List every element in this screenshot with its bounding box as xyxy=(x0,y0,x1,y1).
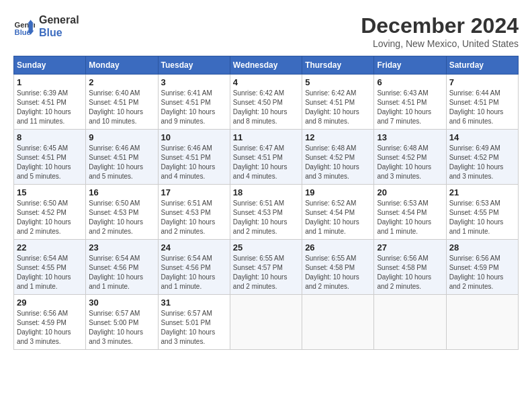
calendar-cell: 20Sunrise: 6:53 AMSunset: 4:54 PMDayligh… xyxy=(374,185,446,240)
calendar-week-row: 29Sunrise: 6:56 AMSunset: 4:59 PMDayligh… xyxy=(14,295,519,350)
month-title: December 2024 xyxy=(361,13,519,38)
calendar-header-row: SundayMondayTuesdayWednesdayThursdayFrid… xyxy=(14,56,519,75)
day-sun-info: Sunrise: 6:54 AMSunset: 4:55 PMDaylight:… xyxy=(17,254,83,291)
day-sun-info: Sunrise: 6:46 AMSunset: 4:51 PMDaylight:… xyxy=(89,144,154,181)
day-number: 18 xyxy=(233,187,299,197)
calendar-cell: 22Sunrise: 6:54 AMSunset: 4:55 PMDayligh… xyxy=(14,240,86,295)
day-number: 21 xyxy=(449,187,515,197)
day-sun-info: Sunrise: 6:45 AMSunset: 4:51 PMDaylight:… xyxy=(17,144,83,181)
day-number: 9 xyxy=(89,132,154,142)
day-number: 31 xyxy=(161,298,227,308)
calendar-week-row: 22Sunrise: 6:54 AMSunset: 4:55 PMDayligh… xyxy=(14,240,519,295)
day-number: 1 xyxy=(17,77,83,87)
day-number: 15 xyxy=(17,187,83,197)
logo-wordmark: GeneralBlue xyxy=(39,13,79,39)
logo: General Blue GeneralBlue xyxy=(13,13,79,39)
day-number: 2 xyxy=(89,77,154,87)
day-number: 17 xyxy=(161,187,227,197)
calendar-cell: 26Sunrise: 6:55 AMSunset: 4:58 PMDayligh… xyxy=(302,240,374,295)
day-number: 3 xyxy=(161,77,227,87)
day-number: 14 xyxy=(449,132,515,142)
calendar-cell xyxy=(446,295,518,350)
calendar-body: 1Sunrise: 6:39 AMSunset: 4:51 PMDaylight… xyxy=(14,75,519,350)
day-number: 26 xyxy=(305,242,371,253)
calendar-cell: 18Sunrise: 6:51 AMSunset: 4:53 PMDayligh… xyxy=(230,185,302,240)
calendar-cell: 16Sunrise: 6:50 AMSunset: 4:53 PMDayligh… xyxy=(86,185,158,240)
weekday-header-monday: Monday xyxy=(86,56,158,75)
weekday-header-sunday: Sunday xyxy=(14,56,86,75)
calendar-cell: 6Sunrise: 6:43 AMSunset: 4:51 PMDaylight… xyxy=(374,75,446,130)
location-subtitle: Loving, New Mexico, United States xyxy=(361,38,519,49)
day-number: 22 xyxy=(17,242,83,253)
day-number: 19 xyxy=(305,187,371,197)
calendar-week-row: 15Sunrise: 6:50 AMSunset: 4:52 PMDayligh… xyxy=(14,185,519,240)
day-sun-info: Sunrise: 6:56 AMSunset: 4:58 PMDaylight:… xyxy=(377,254,443,291)
calendar-cell: 5Sunrise: 6:42 AMSunset: 4:51 PMDaylight… xyxy=(302,75,374,130)
day-sun-info: Sunrise: 6:50 AMSunset: 4:53 PMDaylight:… xyxy=(89,199,154,236)
calendar-cell: 13Sunrise: 6:48 AMSunset: 4:52 PMDayligh… xyxy=(374,130,446,185)
day-sun-info: Sunrise: 6:55 AMSunset: 4:58 PMDaylight:… xyxy=(305,254,371,291)
weekday-header-friday: Friday xyxy=(374,56,446,75)
calendar-cell xyxy=(302,295,374,350)
calendar-cell: 31Sunrise: 6:57 AMSunset: 5:01 PMDayligh… xyxy=(158,295,230,350)
day-sun-info: Sunrise: 6:52 AMSunset: 4:54 PMDaylight:… xyxy=(305,199,371,236)
day-number: 11 xyxy=(233,132,299,142)
calendar-cell xyxy=(374,295,446,350)
day-number: 24 xyxy=(161,242,227,253)
calendar-week-row: 8Sunrise: 6:45 AMSunset: 4:51 PMDaylight… xyxy=(14,130,519,185)
day-sun-info: Sunrise: 6:57 AMSunset: 5:01 PMDaylight:… xyxy=(161,309,227,347)
day-sun-info: Sunrise: 6:57 AMSunset: 5:00 PMDaylight:… xyxy=(89,309,154,347)
day-sun-info: Sunrise: 6:53 AMSunset: 4:54 PMDaylight:… xyxy=(377,199,443,236)
calendar-cell: 8Sunrise: 6:45 AMSunset: 4:51 PMDaylight… xyxy=(14,130,86,185)
calendar-cell: 29Sunrise: 6:56 AMSunset: 4:59 PMDayligh… xyxy=(14,295,86,350)
day-number: 7 xyxy=(449,77,515,87)
day-sun-info: Sunrise: 6:48 AMSunset: 4:52 PMDaylight:… xyxy=(377,144,443,181)
day-sun-info: Sunrise: 6:42 AMSunset: 4:50 PMDaylight:… xyxy=(233,89,299,126)
day-sun-info: Sunrise: 6:43 AMSunset: 4:51 PMDaylight:… xyxy=(377,89,443,126)
svg-text:Blue: Blue xyxy=(15,28,31,36)
calendar-cell: 17Sunrise: 6:51 AMSunset: 4:53 PMDayligh… xyxy=(158,185,230,240)
day-sun-info: Sunrise: 6:50 AMSunset: 4:52 PMDaylight:… xyxy=(17,199,83,236)
calendar-cell: 14Sunrise: 6:49 AMSunset: 4:52 PMDayligh… xyxy=(446,130,518,185)
day-number: 5 xyxy=(305,77,371,87)
calendar-cell: 15Sunrise: 6:50 AMSunset: 4:52 PMDayligh… xyxy=(14,185,86,240)
calendar-cell: 21Sunrise: 6:53 AMSunset: 4:55 PMDayligh… xyxy=(446,185,518,240)
calendar-cell: 23Sunrise: 6:54 AMSunset: 4:56 PMDayligh… xyxy=(86,240,158,295)
day-number: 28 xyxy=(449,242,515,253)
calendar-cell: 4Sunrise: 6:42 AMSunset: 4:50 PMDaylight… xyxy=(230,75,302,130)
page-header: General Blue GeneralBlue December 2024 L… xyxy=(13,13,519,49)
day-sun-info: Sunrise: 6:40 AMSunset: 4:51 PMDaylight:… xyxy=(89,89,154,126)
day-number: 4 xyxy=(233,77,299,87)
day-number: 6 xyxy=(377,77,443,87)
day-sun-info: Sunrise: 6:56 AMSunset: 4:59 PMDaylight:… xyxy=(449,254,515,291)
calendar-cell: 2Sunrise: 6:40 AMSunset: 4:51 PMDaylight… xyxy=(86,75,158,130)
calendar-cell: 12Sunrise: 6:48 AMSunset: 4:52 PMDayligh… xyxy=(302,130,374,185)
day-sun-info: Sunrise: 6:54 AMSunset: 4:56 PMDaylight:… xyxy=(89,254,154,291)
day-number: 25 xyxy=(233,242,299,253)
day-number: 16 xyxy=(89,187,154,197)
day-number: 20 xyxy=(377,187,443,197)
day-number: 23 xyxy=(89,242,154,253)
day-sun-info: Sunrise: 6:39 AMSunset: 4:51 PMDaylight:… xyxy=(17,89,83,126)
day-sun-info: Sunrise: 6:51 AMSunset: 4:53 PMDaylight:… xyxy=(161,199,227,236)
calendar-cell: 28Sunrise: 6:56 AMSunset: 4:59 PMDayligh… xyxy=(446,240,518,295)
day-sun-info: Sunrise: 6:48 AMSunset: 4:52 PMDaylight:… xyxy=(305,144,371,181)
day-sun-info: Sunrise: 6:49 AMSunset: 4:52 PMDaylight:… xyxy=(449,144,515,181)
calendar-cell: 27Sunrise: 6:56 AMSunset: 4:58 PMDayligh… xyxy=(374,240,446,295)
day-sun-info: Sunrise: 6:47 AMSunset: 4:51 PMDaylight:… xyxy=(233,144,299,181)
day-number: 27 xyxy=(377,242,443,253)
calendar-cell: 24Sunrise: 6:54 AMSunset: 4:56 PMDayligh… xyxy=(158,240,230,295)
calendar-cell: 11Sunrise: 6:47 AMSunset: 4:51 PMDayligh… xyxy=(230,130,302,185)
weekday-header-saturday: Saturday xyxy=(446,56,518,75)
day-sun-info: Sunrise: 6:56 AMSunset: 4:59 PMDaylight:… xyxy=(17,309,83,347)
weekday-header-thursday: Thursday xyxy=(302,56,374,75)
calendar-cell: 19Sunrise: 6:52 AMSunset: 4:54 PMDayligh… xyxy=(302,185,374,240)
calendar-cell: 10Sunrise: 6:46 AMSunset: 4:51 PMDayligh… xyxy=(158,130,230,185)
day-number: 12 xyxy=(305,132,371,142)
calendar-cell: 1Sunrise: 6:39 AMSunset: 4:51 PMDaylight… xyxy=(14,75,86,130)
title-area: December 2024 Loving, New Mexico, United… xyxy=(361,13,519,49)
logo-icon: General Blue xyxy=(13,15,35,37)
day-number: 8 xyxy=(17,132,83,142)
calendar-cell: 9Sunrise: 6:46 AMSunset: 4:51 PMDaylight… xyxy=(86,130,158,185)
day-number: 29 xyxy=(17,298,83,308)
